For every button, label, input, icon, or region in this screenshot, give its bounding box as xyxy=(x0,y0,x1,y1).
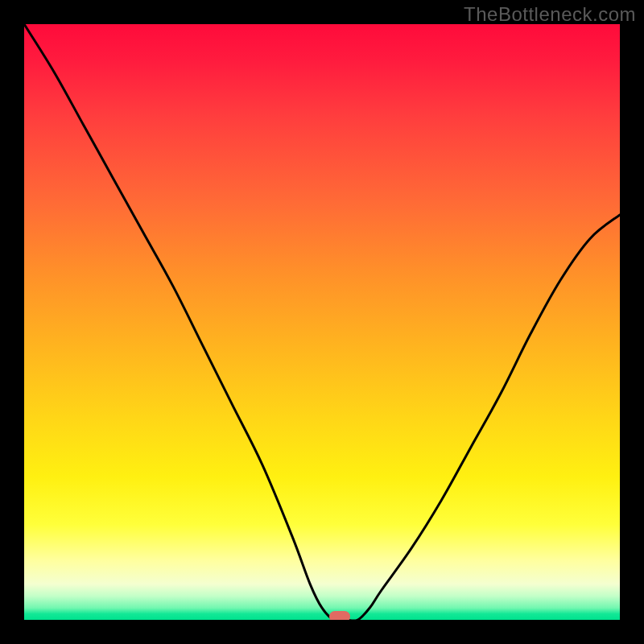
plot-area xyxy=(24,24,620,620)
bottleneck-curve xyxy=(24,24,620,620)
optimal-point-marker xyxy=(329,611,350,620)
watermark-text: TheBottleneck.com xyxy=(464,3,636,26)
chart-frame: TheBottleneck.com xyxy=(0,0,644,644)
